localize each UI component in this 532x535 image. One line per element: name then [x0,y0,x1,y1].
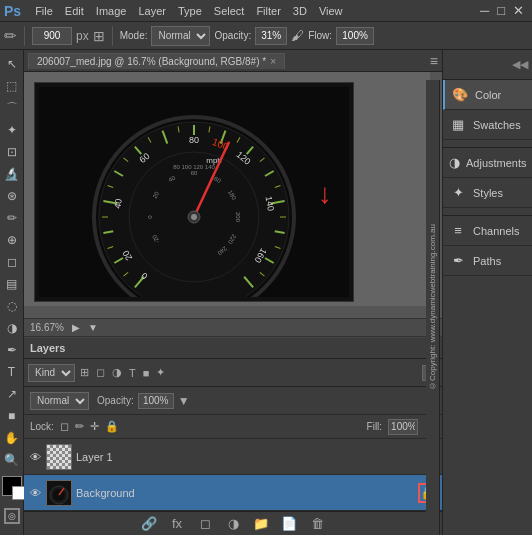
flow-input[interactable] [336,27,374,45]
canvas-image[interactable]: 80 60 40 20 0 100 120 140 160 mph [34,82,354,302]
arrange-panels-icon[interactable]: ≡ [426,53,442,69]
patch-tool[interactable]: ⊛ [2,186,22,206]
right-panel-paths[interactable]: ✒ Paths [443,246,532,276]
layers-toggle-btn[interactable]: ▼ [422,365,438,381]
document-tab-close[interactable]: × [270,56,276,67]
right-panel-channels[interactable]: ≡ Channels [443,216,532,246]
blend-mode-select[interactable]: Normal [30,392,89,410]
brush-picker-icon[interactable]: ⊞ [93,28,105,44]
hand-tool[interactable]: ✋ [2,428,22,448]
kind-filter-pixel[interactable]: ◻ [94,366,107,379]
menu-layer[interactable]: Layer [132,3,172,19]
opacity-airbrush-icon[interactable]: 🖌 [291,28,304,43]
channels-panel-icon: ≡ [449,222,467,240]
kind-filter-text[interactable]: T [127,367,138,379]
kind-filter-smart[interactable]: ✦ [154,366,167,379]
foreground-color[interactable] [2,476,22,496]
menu-select[interactable]: Select [208,3,251,19]
pen-tool[interactable]: ✒ [2,340,22,360]
background-layer-visibility[interactable]: 👁 [28,486,42,500]
lasso-tool[interactable]: ⌒ [2,98,22,118]
vertical-scrollbar[interactable] [430,72,442,318]
fill-input[interactable] [388,419,418,435]
magic-wand-tool[interactable]: ✦ [2,120,22,140]
eyedropper-tool[interactable]: 🔬 [2,164,22,184]
link-layers-icon[interactable]: 🔗 [140,516,158,531]
shape-tool[interactable]: ■ [2,406,22,426]
gradient-tool[interactable]: ▤ [2,274,22,294]
minimize-button[interactable]: ─ [476,3,493,18]
canvas-scroll-area[interactable]: 80 60 40 20 0 100 120 140 160 mph [24,72,442,318]
layers-bottom-bar: 🔗 fx ◻ ◑ 📁 📄 🗑 [24,511,442,535]
menu-image[interactable]: Image [90,3,133,19]
marquee-tool[interactable]: ⬚ [2,76,22,96]
close-button[interactable]: ✕ [509,3,528,18]
mode-select[interactable]: Normal [151,26,210,46]
opacity-input[interactable] [255,27,287,45]
color-panel-label: Color [475,89,501,101]
right-panel-swatches[interactable]: ▦ Swatches [443,110,532,140]
kind-filter-shape[interactable]: ■ [141,367,152,379]
maximize-button[interactable]: □ [493,3,509,18]
toolbar-separator-2 [112,26,113,46]
status-separator: ▶ [72,322,80,333]
menu-filter[interactable]: Filter [250,3,286,19]
svg-text:60: 60 [191,170,198,176]
menu-bar: Ps File Edit Image Layer Type Select Fil… [0,0,532,22]
brush-tool-icon[interactable]: ✏ [4,27,17,45]
lock-all-icon[interactable]: 🔒 [105,420,119,433]
layer-effects-icon[interactable]: fx [168,516,186,531]
brush-size-input[interactable] [32,27,72,45]
clone-tool[interactable]: ⊕ [2,230,22,250]
right-panel: ◀◀ 🎨 Color ▦ Swatches ◑ Adjustments ✦ St… [442,50,532,535]
zoom-tool[interactable]: 🔍 [2,450,22,470]
swatches-panel-icon: ▦ [449,116,467,134]
crop-tool[interactable]: ⊡ [2,142,22,162]
dodge-tool[interactable]: ◑ [2,318,22,338]
adjustment-layer-icon[interactable]: ◑ [224,516,242,531]
background-layer-name: Background [76,487,414,499]
quick-mask-button[interactable]: ◎ [4,508,20,524]
brush-size-unit: px [76,29,89,43]
document-tab[interactable]: 206007_med.jpg @ 16.7% (Background, RGB/… [28,53,285,69]
right-panel-adjustments[interactable]: ◑ Adjustments [443,148,532,178]
background-layer-lock-icon[interactable]: 🔒 [418,483,438,503]
opacity-row-input[interactable] [138,393,174,409]
kind-filter-all[interactable]: ⊞ [78,366,91,379]
layer-item-background[interactable]: 👁 Background 🔒 [24,475,442,511]
document-tab-bar: 206007_med.jpg @ 16.7% (Background, RGB/… [24,50,442,72]
lock-pixels-icon[interactable]: ✏ [75,420,84,433]
layer-mask-icon[interactable]: ◻ [196,516,214,531]
move-tool[interactable]: ↖ [2,54,22,74]
eraser-tool[interactable]: ◻ [2,252,22,272]
lock-transparent-icon[interactable]: ◻ [60,420,69,433]
brush-tool[interactable]: ✏ [2,208,22,228]
horizontal-scrollbar[interactable] [24,306,430,318]
fill-dropdown[interactable]: ▼ [424,420,436,434]
layers-panel-menu[interactable]: ≡ [429,341,436,355]
lock-position-icon[interactable]: ✛ [90,420,99,433]
delete-layer-icon[interactable]: 🗑 [308,516,326,531]
menu-edit[interactable]: Edit [59,3,90,19]
kind-filter-adjustment[interactable]: ◑ [110,366,124,379]
blur-tool[interactable]: ◌ [2,296,22,316]
doc-info: ▼ [88,322,98,333]
menu-file[interactable]: File [29,3,59,19]
right-panel-color[interactable]: 🎨 Color [443,80,532,110]
fill-label: Fill: [367,421,383,432]
opacity-row-dropdown[interactable]: ▼ [178,394,190,408]
main-layout: ↖ ⬚ ⌒ ✦ ⊡ 🔬 ⊛ ✏ ⊕ ◻ ▤ ◌ ◑ ✒ T ↗ ■ ✋ 🔍 ◎ … [0,50,532,535]
layer-1-visibility[interactable]: 👁 [28,450,42,464]
menu-view[interactable]: View [313,3,349,19]
menu-type[interactable]: Type [172,3,208,19]
panel-collapse-left[interactable]: ◀◀ [512,58,528,71]
new-group-icon[interactable]: 📁 [252,516,270,531]
menu-3d[interactable]: 3D [287,3,313,19]
flow-label: Flow: [308,30,332,41]
layers-kind-select[interactable]: Kind [28,364,75,382]
new-layer-icon[interactable]: 📄 [280,516,298,531]
path-select-tool[interactable]: ↗ [2,384,22,404]
right-panel-styles[interactable]: ✦ Styles [443,178,532,208]
layer-item-1[interactable]: 👁 Layer 1 [24,439,442,475]
text-tool[interactable]: T [2,362,22,382]
